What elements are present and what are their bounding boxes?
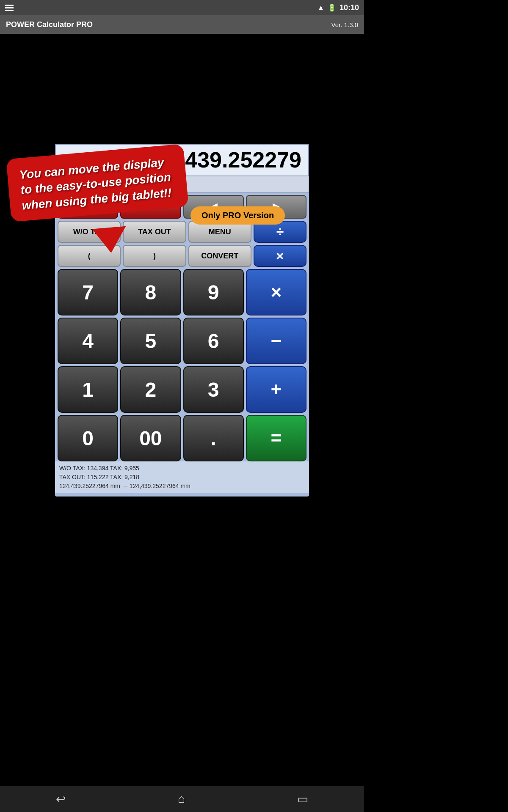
battery-icon: 🔋: [328, 4, 336, 12]
main-area: You can move the display to the easy-to-…: [0, 144, 364, 501]
button-row-4: 7 8 9 ×: [55, 267, 309, 315]
button-row-5: 4 5 6 −: [55, 315, 309, 364]
status-bar: ▲ 🔋 10:10: [0, 0, 364, 15]
app-version: Ver. 1.3.0: [331, 21, 358, 28]
four-button[interactable]: 4: [58, 318, 118, 364]
plus-button[interactable]: +: [246, 366, 306, 413]
five-button[interactable]: 5: [120, 318, 181, 364]
tooltip-arrow: [92, 226, 128, 255]
equals-button[interactable]: =: [246, 415, 306, 461]
calc-status: W/O TAX: 134,394 TAX: 9,955 TAX OUT: 115…: [55, 461, 309, 493]
doublezero-button[interactable]: 00: [120, 415, 181, 461]
left-status-icons: [5, 5, 14, 11]
right-status-icons: ▲ 🔋 10:10: [318, 3, 359, 12]
button-row-7: 0 00 . =: [55, 413, 309, 461]
app-title: POWER Calculator PRO: [6, 20, 93, 29]
status-line-2: TAX OUT: 115,222 TAX: 9,218: [59, 473, 305, 482]
taxout-button[interactable]: TAX OUT: [123, 221, 186, 243]
status-line-3: 124,439.25227964 mm → 124,439.25227964 m…: [59, 482, 305, 491]
convert-button[interactable]: CONVERT: [188, 245, 251, 267]
decimal-button[interactable]: .: [183, 415, 244, 461]
one-button[interactable]: 1: [58, 366, 118, 413]
eight-button[interactable]: 8: [120, 269, 181, 315]
seven-button[interactable]: 7: [58, 269, 118, 315]
nine-button[interactable]: 9: [183, 269, 244, 315]
six-button[interactable]: 6: [183, 318, 244, 364]
pro-badge: Only PRO Version: [190, 206, 285, 225]
zero-button[interactable]: 0: [58, 415, 118, 461]
tooltip-text: You can move the display to the easy-to-…: [19, 156, 172, 212]
close-paren-button[interactable]: ): [123, 245, 186, 267]
pro-badge-text: Only PRO Version: [202, 211, 274, 220]
multiply-op-button[interactable]: ×: [246, 269, 306, 315]
three-button[interactable]: 3: [183, 366, 244, 413]
multiply-button[interactable]: ×: [254, 245, 306, 267]
minus-button[interactable]: −: [246, 318, 306, 364]
title-bar: POWER Calculator PRO Ver. 1.3.0: [0, 15, 364, 34]
hamburger-icon: [5, 5, 14, 11]
status-line-1: W/O TAX: 134,394 TAX: 9,955: [59, 464, 305, 473]
button-row-6: 1 2 3 +: [55, 364, 309, 413]
two-button[interactable]: 2: [120, 366, 181, 413]
status-time: 10:10: [340, 3, 359, 12]
button-row-3: ( ) CONVERT ×: [55, 243, 309, 267]
wifi-icon: ▲: [318, 4, 324, 11]
